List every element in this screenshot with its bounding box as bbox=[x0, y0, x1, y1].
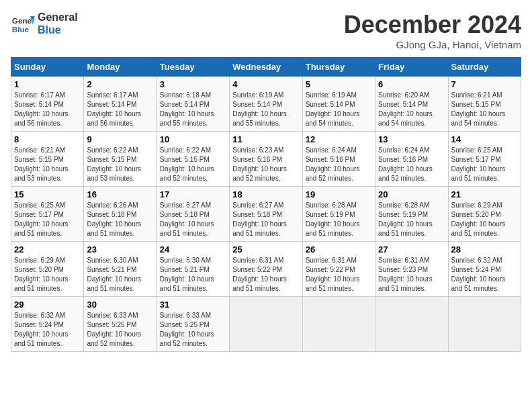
calendar-week-row: 29Sunrise: 6:32 AM Sunset: 5:24 PM Dayli… bbox=[11, 297, 521, 352]
calendar-week-row: 22Sunrise: 6:29 AM Sunset: 5:20 PM Dayli… bbox=[11, 242, 521, 297]
day-number: 21 bbox=[451, 189, 518, 199]
day-info: Sunrise: 6:25 AM Sunset: 5:17 PM Dayligh… bbox=[451, 146, 518, 183]
calendar-week-row: 15Sunrise: 6:25 AM Sunset: 5:17 PM Dayli… bbox=[11, 187, 521, 242]
day-info: Sunrise: 6:32 AM Sunset: 5:24 PM Dayligh… bbox=[14, 311, 81, 349]
table-row bbox=[230, 297, 302, 352]
day-number: 19 bbox=[306, 189, 372, 199]
day-info: Sunrise: 6:23 AM Sunset: 5:16 PM Dayligh… bbox=[232, 146, 299, 183]
day-number: 5 bbox=[306, 79, 372, 89]
table-row: 6Sunrise: 6:20 AM Sunset: 5:14 PM Daylig… bbox=[375, 77, 448, 132]
day-info: Sunrise: 6:29 AM Sunset: 5:20 PM Dayligh… bbox=[451, 201, 518, 238]
header-saturday: Saturday bbox=[448, 58, 521, 77]
table-row: 30Sunrise: 6:33 AM Sunset: 5:25 PM Dayli… bbox=[84, 297, 157, 352]
table-row: 25Sunrise: 6:31 AM Sunset: 5:22 PM Dayli… bbox=[230, 242, 302, 297]
day-info: Sunrise: 6:29 AM Sunset: 5:20 PM Dayligh… bbox=[14, 256, 81, 293]
table-row: 24Sunrise: 6:30 AM Sunset: 5:21 PM Dayli… bbox=[157, 242, 229, 297]
day-info: Sunrise: 6:33 AM Sunset: 5:25 PM Dayligh… bbox=[160, 311, 226, 349]
table-row: 16Sunrise: 6:26 AM Sunset: 5:18 PM Dayli… bbox=[84, 187, 157, 242]
calendar-week-row: 1Sunrise: 6:17 AM Sunset: 5:14 PM Daylig… bbox=[11, 77, 521, 132]
day-number: 7 bbox=[451, 79, 518, 89]
day-info: Sunrise: 6:18 AM Sunset: 5:14 PM Dayligh… bbox=[160, 91, 226, 128]
day-info: Sunrise: 6:27 AM Sunset: 5:18 PM Dayligh… bbox=[160, 201, 226, 238]
day-number: 24 bbox=[160, 244, 226, 255]
table-row bbox=[302, 297, 375, 352]
day-number: 12 bbox=[306, 134, 372, 144]
table-row bbox=[375, 297, 448, 352]
table-row: 19Sunrise: 6:28 AM Sunset: 5:19 PM Dayli… bbox=[302, 187, 375, 242]
day-number: 6 bbox=[378, 79, 445, 89]
table-row: 14Sunrise: 6:25 AM Sunset: 5:17 PM Dayli… bbox=[448, 132, 521, 187]
day-number: 9 bbox=[87, 134, 153, 144]
table-row: 3Sunrise: 6:18 AM Sunset: 5:14 PM Daylig… bbox=[157, 77, 229, 132]
table-row: 12Sunrise: 6:24 AM Sunset: 5:16 PM Dayli… bbox=[302, 132, 375, 187]
logo-text-blue: Blue bbox=[38, 24, 78, 36]
table-row: 28Sunrise: 6:32 AM Sunset: 5:24 PM Dayli… bbox=[448, 242, 521, 297]
day-number: 4 bbox=[232, 79, 299, 89]
day-number: 25 bbox=[232, 244, 299, 255]
day-info: Sunrise: 6:30 AM Sunset: 5:21 PM Dayligh… bbox=[87, 256, 153, 293]
day-number: 16 bbox=[87, 189, 153, 199]
calendar-title: December 2024 bbox=[344, 11, 521, 39]
day-number: 8 bbox=[14, 134, 81, 144]
day-info: Sunrise: 6:24 AM Sunset: 5:16 PM Dayligh… bbox=[378, 146, 445, 183]
table-row: 22Sunrise: 6:29 AM Sunset: 5:20 PM Dayli… bbox=[11, 242, 84, 297]
table-row: 18Sunrise: 6:27 AM Sunset: 5:18 PM Dayli… bbox=[230, 187, 302, 242]
table-row: 23Sunrise: 6:30 AM Sunset: 5:21 PM Dayli… bbox=[84, 242, 157, 297]
day-info: Sunrise: 6:31 AM Sunset: 5:23 PM Dayligh… bbox=[378, 256, 445, 293]
table-row: 10Sunrise: 6:22 AM Sunset: 5:15 PM Dayli… bbox=[157, 132, 229, 187]
day-info: Sunrise: 6:32 AM Sunset: 5:24 PM Dayligh… bbox=[451, 256, 518, 293]
header-monday: Monday bbox=[84, 58, 157, 77]
day-info: Sunrise: 6:22 AM Sunset: 5:15 PM Dayligh… bbox=[87, 146, 153, 183]
day-info: Sunrise: 6:20 AM Sunset: 5:14 PM Dayligh… bbox=[378, 91, 445, 128]
day-number: 20 bbox=[378, 189, 445, 199]
day-number: 28 bbox=[451, 244, 518, 255]
day-info: Sunrise: 6:28 AM Sunset: 5:19 PM Dayligh… bbox=[306, 201, 372, 238]
table-row: 1Sunrise: 6:17 AM Sunset: 5:14 PM Daylig… bbox=[11, 77, 84, 132]
day-number: 29 bbox=[14, 300, 81, 310]
header-friday: Friday bbox=[375, 58, 448, 77]
header-thursday: Thursday bbox=[302, 58, 375, 77]
table-row: 15Sunrise: 6:25 AM Sunset: 5:17 PM Dayli… bbox=[11, 187, 84, 242]
day-number: 11 bbox=[232, 134, 299, 144]
table-row bbox=[448, 297, 521, 352]
calendar-table: Sunday Monday Tuesday Wednesday Thursday… bbox=[11, 57, 521, 352]
title-block: December 2024 GJong GJa, Hanoi, Vietnam bbox=[344, 11, 521, 50]
day-number: 26 bbox=[306, 244, 372, 255]
header-tuesday: Tuesday bbox=[157, 58, 229, 77]
table-row: 17Sunrise: 6:27 AM Sunset: 5:18 PM Dayli… bbox=[157, 187, 229, 242]
svg-text:Blue: Blue bbox=[12, 25, 30, 34]
day-info: Sunrise: 6:22 AM Sunset: 5:15 PM Dayligh… bbox=[160, 146, 226, 183]
logo: General Blue General Blue bbox=[11, 11, 78, 36]
day-info: Sunrise: 6:31 AM Sunset: 5:22 PM Dayligh… bbox=[306, 256, 372, 293]
logo-icon: General Blue bbox=[11, 11, 35, 36]
day-info: Sunrise: 6:25 AM Sunset: 5:17 PM Dayligh… bbox=[14, 201, 81, 238]
table-row: 26Sunrise: 6:31 AM Sunset: 5:22 PM Dayli… bbox=[302, 242, 375, 297]
day-info: Sunrise: 6:17 AM Sunset: 5:14 PM Dayligh… bbox=[14, 91, 81, 128]
day-number: 23 bbox=[87, 244, 153, 255]
day-info: Sunrise: 6:21 AM Sunset: 5:15 PM Dayligh… bbox=[451, 91, 518, 128]
day-info: Sunrise: 6:24 AM Sunset: 5:16 PM Dayligh… bbox=[306, 146, 372, 183]
header-wednesday: Wednesday bbox=[230, 58, 302, 77]
table-row: 4Sunrise: 6:19 AM Sunset: 5:14 PM Daylig… bbox=[230, 77, 302, 132]
table-row: 20Sunrise: 6:28 AM Sunset: 5:19 PM Dayli… bbox=[375, 187, 448, 242]
day-number: 27 bbox=[378, 244, 445, 255]
day-number: 14 bbox=[451, 134, 518, 144]
day-number: 2 bbox=[87, 79, 153, 89]
day-number: 17 bbox=[160, 189, 226, 199]
page-header: General Blue General Blue December 2024 … bbox=[11, 11, 521, 50]
day-number: 10 bbox=[160, 134, 226, 144]
table-row: 5Sunrise: 6:19 AM Sunset: 5:14 PM Daylig… bbox=[302, 77, 375, 132]
day-number: 22 bbox=[14, 244, 81, 255]
day-info: Sunrise: 6:30 AM Sunset: 5:21 PM Dayligh… bbox=[160, 256, 226, 293]
table-row: 7Sunrise: 6:21 AM Sunset: 5:15 PM Daylig… bbox=[448, 77, 521, 132]
day-number: 31 bbox=[160, 300, 226, 310]
day-number: 15 bbox=[14, 189, 81, 199]
day-number: 30 bbox=[87, 300, 153, 310]
day-info: Sunrise: 6:27 AM Sunset: 5:18 PM Dayligh… bbox=[232, 201, 299, 238]
table-row: 13Sunrise: 6:24 AM Sunset: 5:16 PM Dayli… bbox=[375, 132, 448, 187]
calendar-week-row: 8Sunrise: 6:21 AM Sunset: 5:15 PM Daylig… bbox=[11, 132, 521, 187]
table-row: 31Sunrise: 6:33 AM Sunset: 5:25 PM Dayli… bbox=[157, 297, 229, 352]
logo-text-general: General bbox=[38, 11, 78, 24]
table-row: 21Sunrise: 6:29 AM Sunset: 5:20 PM Dayli… bbox=[448, 187, 521, 242]
day-number: 18 bbox=[232, 189, 299, 199]
